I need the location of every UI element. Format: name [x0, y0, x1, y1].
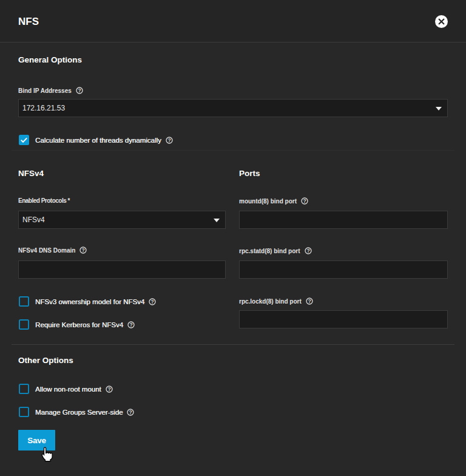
svg-text:?: ? — [151, 298, 154, 304]
svg-text:?: ? — [129, 321, 132, 327]
svg-text:?: ? — [129, 409, 132, 415]
svg-text:?: ? — [107, 386, 110, 392]
svg-text:?: ? — [303, 198, 306, 204]
svg-text:?: ? — [306, 248, 309, 254]
svg-text:?: ? — [78, 87, 81, 93]
svg-text:?: ? — [82, 247, 85, 253]
svg-text:?: ? — [167, 137, 171, 143]
svg-text:?: ? — [308, 298, 311, 304]
